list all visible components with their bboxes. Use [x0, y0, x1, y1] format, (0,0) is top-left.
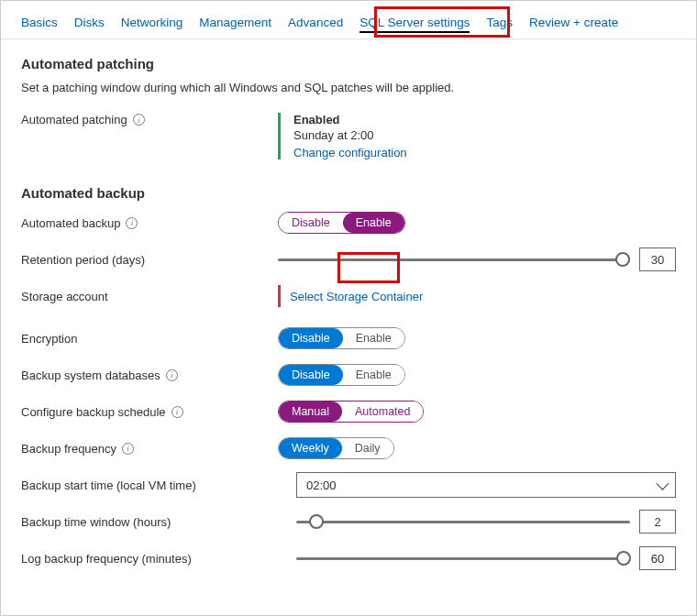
backup-start-time-dropdown[interactable]: 02:00: [296, 472, 676, 498]
info-icon[interactable]: i: [171, 406, 183, 418]
automated-patching-status: Enabled: [293, 113, 407, 126]
tab-tags[interactable]: Tags: [486, 12, 513, 38]
select-storage-container-link[interactable]: Select Storage Container: [290, 290, 423, 303]
slider-thumb[interactable]: [309, 514, 324, 529]
retention-period-value[interactable]: 30: [639, 248, 676, 271]
info-icon[interactable]: i: [122, 443, 134, 455]
tab-basics[interactable]: Basics: [21, 12, 58, 38]
automated-patching-schedule: Sunday at 2:00: [293, 128, 407, 142]
backup-frequency-toggle: Weekly Daily: [278, 437, 394, 459]
log-backup-frequency-slider[interactable]: [296, 557, 630, 560]
retention-period-label: Retention period (days): [21, 253, 145, 267]
encryption-toggle: Disable Enable: [278, 327, 405, 349]
automated-patching-status-block: Enabled Sunday at 2:00 Change configurat…: [278, 113, 407, 160]
configure-backup-schedule-toggle: Manual Automated: [278, 401, 424, 423]
encryption-label: Encryption: [21, 332, 77, 346]
backup-time-window-value[interactable]: 2: [639, 510, 676, 534]
frequency-weekly[interactable]: Weekly: [279, 438, 342, 458]
log-backup-frequency-label: Log backup frequency (minutes): [21, 552, 192, 566]
retention-period-slider[interactable]: [278, 258, 630, 261]
automated-backup-heading: Automated backup: [21, 185, 676, 201]
automated-backup-enable[interactable]: Enable: [343, 213, 404, 233]
tab-networking[interactable]: Networking: [121, 12, 183, 38]
schedule-manual[interactable]: Manual: [279, 402, 342, 422]
automated-patching-description: Set a patching window during which all W…: [21, 81, 676, 94]
tab-sql-server-settings[interactable]: SQL Server settings: [360, 12, 470, 38]
chevron-down-icon: [656, 478, 669, 490]
backup-time-window-label: Backup time window (hours): [21, 515, 171, 529]
info-icon[interactable]: i: [133, 114, 145, 126]
storage-account-label: Storage account: [21, 290, 108, 303]
tab-bar: Basics Disks Networking Management Advan…: [1, 1, 696, 39]
backup-time-window-slider[interactable]: [296, 521, 630, 523]
slider-thumb[interactable]: [615, 252, 630, 267]
change-configuration-link[interactable]: Change configuration: [293, 146, 407, 160]
slider-thumb[interactable]: [616, 551, 631, 566]
log-backup-frequency-value[interactable]: 60: [639, 546, 676, 570]
tab-advanced[interactable]: Advanced: [288, 12, 343, 38]
backup-start-time-label: Backup start time (local VM time): [21, 478, 196, 492]
info-icon[interactable]: i: [166, 369, 178, 381]
tab-review-create[interactable]: Review + create: [529, 12, 618, 38]
automated-patching-heading: Automated patching: [21, 56, 676, 72]
frequency-daily[interactable]: Daily: [342, 438, 393, 458]
encryption-disable[interactable]: Disable: [279, 328, 343, 348]
backup-system-databases-enable[interactable]: Enable: [343, 365, 404, 385]
backup-system-databases-toggle: Disable Enable: [278, 364, 405, 386]
automated-backup-disable[interactable]: Disable: [279, 213, 343, 233]
schedule-automated[interactable]: Automated: [342, 402, 423, 422]
tab-management[interactable]: Management: [199, 12, 271, 38]
automated-backup-label: Automated backup: [21, 216, 120, 230]
configure-backup-schedule-label: Configure backup schedule: [21, 405, 166, 419]
info-icon[interactable]: i: [126, 217, 138, 229]
backup-start-time-value: 02:00: [306, 478, 337, 492]
backup-frequency-label: Backup frequency: [21, 442, 116, 456]
backup-system-databases-label: Backup system databases: [21, 368, 160, 382]
backup-system-databases-disable[interactable]: Disable: [279, 365, 343, 385]
automated-patching-label: Automated patching: [21, 113, 127, 126]
tab-disks[interactable]: Disks: [74, 12, 105, 38]
automated-backup-toggle: Disable Enable: [278, 212, 405, 234]
encryption-enable[interactable]: Enable: [343, 328, 404, 348]
